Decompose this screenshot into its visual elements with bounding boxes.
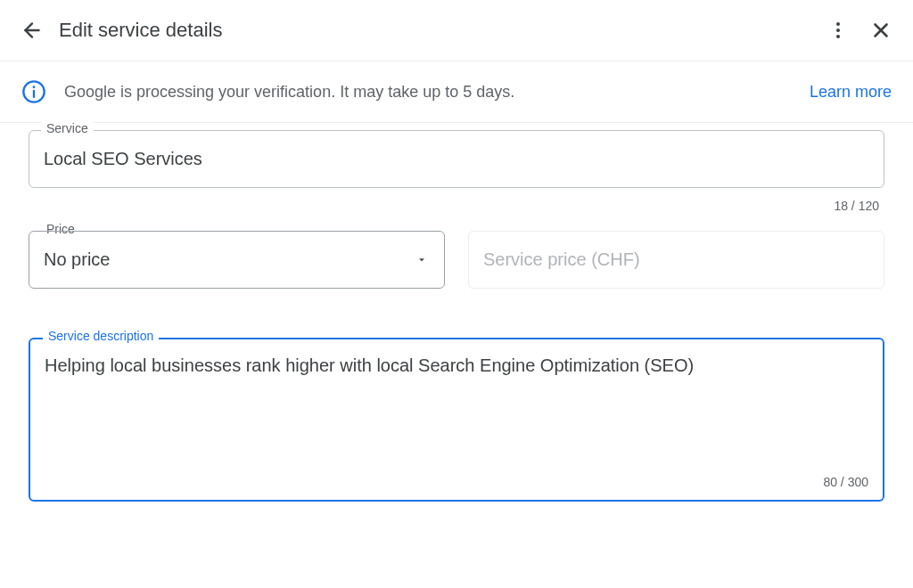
form-body: Service 18 / 120 Price No price Service … (0, 123, 913, 502)
banner-message: Google is processing your verification. … (64, 83, 792, 102)
price-select[interactable]: No price (29, 231, 445, 289)
service-field-group: Service (29, 130, 884, 188)
service-label: Service (41, 121, 94, 135)
price-selected-value: No price (44, 249, 110, 269)
back-button[interactable] (14, 12, 50, 48)
svg-marker-9 (419, 258, 424, 261)
arrow-left-icon (21, 19, 44, 42)
service-name-input[interactable] (29, 130, 884, 188)
description-field-group: Service description 80 / 300 (29, 338, 884, 502)
info-icon-wrap (21, 79, 46, 104)
dialog-header: Edit service details (0, 0, 913, 61)
learn-more-link[interactable]: Learn more (810, 83, 892, 102)
close-button[interactable] (863, 12, 899, 48)
info-icon (21, 79, 46, 104)
service-char-count: 18 / 120 (29, 195, 884, 213)
svg-point-1 (836, 22, 840, 26)
description-char-count: 80 / 300 (45, 475, 868, 489)
chevron-down-icon (415, 249, 428, 270)
svg-point-2 (836, 29, 840, 32)
close-icon (869, 19, 892, 42)
service-price-input: Service price (CHF) (468, 231, 884, 289)
verification-banner: Google is processing your verification. … (0, 61, 913, 123)
more-vertical-icon (827, 20, 849, 41)
service-description-input[interactable] (45, 355, 868, 471)
header-actions (820, 12, 899, 48)
more-options-button[interactable] (820, 12, 856, 48)
page-title: Edit service details (59, 19, 820, 42)
svg-point-8 (33, 86, 36, 88)
service-price-field-group: Service price (CHF) (468, 231, 884, 289)
svg-point-3 (836, 35, 840, 38)
price-row: Price No price Service price (CHF) (29, 231, 884, 289)
price-field-group: Price No price (29, 231, 445, 289)
description-label: Service description (43, 329, 159, 343)
